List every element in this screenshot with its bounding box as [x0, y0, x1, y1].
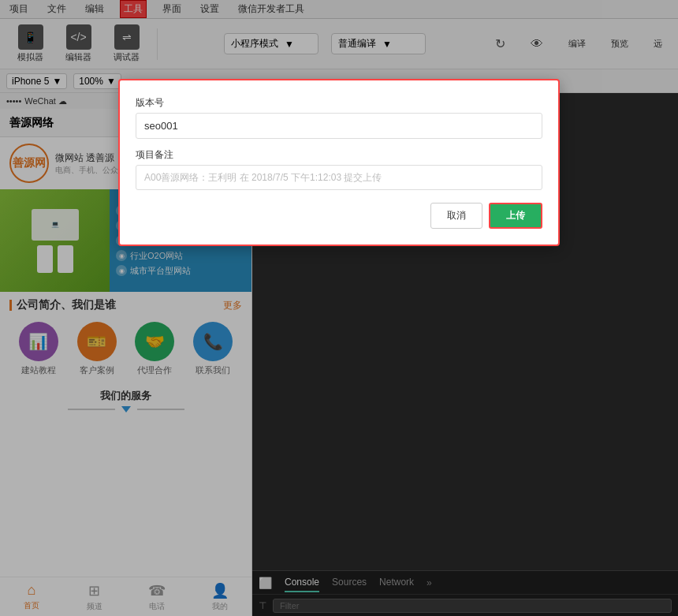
version-label: 版本号 — [136, 96, 542, 110]
modal-buttons: 取消 上传 — [136, 203, 542, 229]
modal-overlay: 版本号 项目备注 取消 上传 — [0, 0, 678, 616]
upload-button[interactable]: 上传 — [489, 203, 542, 229]
upload-modal: 版本号 项目备注 取消 上传 — [118, 79, 560, 246]
note-field: 项目备注 — [136, 148, 542, 190]
version-input[interactable] — [136, 113, 542, 139]
note-input[interactable] — [136, 165, 542, 190]
cancel-button[interactable]: 取消 — [430, 203, 482, 229]
version-field: 版本号 — [136, 96, 542, 139]
note-label: 项目备注 — [136, 148, 542, 162]
